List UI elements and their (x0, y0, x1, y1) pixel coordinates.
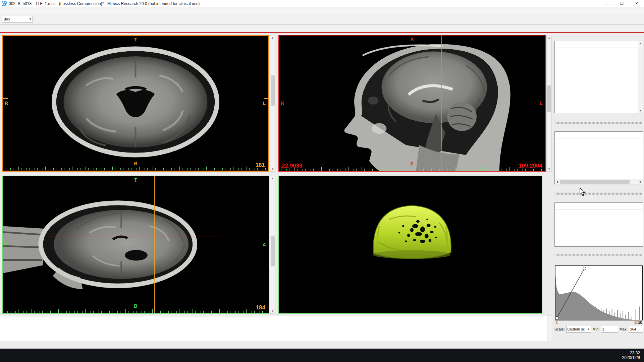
coronal-orient-bottom: B (134, 303, 137, 309)
project-management-panel: ▲▼ ◀▶ (554, 33, 644, 348)
sagittal-slice-scrollbar[interactable]: ▲▼ (546, 35, 552, 172)
sagittal-orient-bottom: P (411, 161, 414, 167)
coronal-crosshair-horizontal[interactable] (48, 237, 223, 237)
contrast-histogram[interactable] (555, 265, 643, 320)
axial-slice-scrollbar[interactable]: ▲▼ (270, 35, 275, 172)
sagittal-crosshair-horizontal[interactable] (279, 85, 476, 85)
axial-crosshair-horizontal[interactable] (48, 98, 223, 98)
coronal-orient-left: P (4, 242, 7, 247)
coronal-mri-image (3, 176, 269, 313)
axial-edge-tick-left (3, 98, 8, 99)
panel-splitter[interactable] (555, 254, 643, 257)
contrast-tab-strip (554, 257, 644, 265)
parts-tab-strip (554, 124, 644, 131)
title-bar: 002_S_5018 - TTF_1.mcs - (Lossless Compr… (0, 0, 644, 7)
sagittal-orient-right: L (539, 101, 542, 106)
clock-time: 23:32 (622, 351, 640, 355)
log-console (0, 315, 552, 341)
contrast-scale-row: Scale: Custom sc▼ Min: 1 Max: 364 (554, 325, 644, 333)
parts-table-hscrollbar[interactable]: ◀▶ (555, 179, 643, 184)
masks-table-scrollbar[interactable]: ▲▼ (638, 41, 643, 113)
coronal-slice-number: 184 (256, 304, 265, 311)
coronal-viewport[interactable]: T B P A 184 (2, 176, 269, 314)
log-scrollbar[interactable] (547, 315, 552, 341)
main-toolbar: Box▼ (0, 14, 644, 24)
window-title: 002_S_5018 - TTF_1.mcs - (Lossless Compr… (9, 1, 200, 6)
max-input[interactable]: 364 (629, 326, 643, 333)
axial-orient-right: L (263, 101, 266, 106)
maximize-button[interactable]: ❐ (614, 0, 629, 7)
menu-bar (0, 7, 644, 14)
sagittal-mri-image (279, 36, 545, 171)
stls-tab-strip (554, 195, 644, 202)
contrast-handle-low[interactable] (555, 316, 558, 319)
interaction-mode-select[interactable]: Box▼ (2, 16, 33, 22)
masks-table: ▲▼ (554, 41, 643, 113)
histogram-min-label: 1 (556, 321, 558, 325)
taskbar-clock[interactable]: 23:32 2020/12/9 (620, 351, 644, 360)
min-label: Min: (593, 327, 600, 331)
sagittal-coord-right: 109.2004 (519, 163, 542, 169)
axial-orient-bottom: B (134, 161, 137, 166)
segment-toolbar (0, 24, 644, 33)
workspace: T B R L 161 ▲▼ (0, 33, 644, 349)
masks-tab-strip (554, 34, 644, 41)
stls-table (554, 202, 643, 247)
stls-actions (554, 247, 644, 254)
axial-viewport[interactable]: T B R L 161 (2, 35, 269, 172)
axial-edge-tick-right (264, 98, 268, 99)
axial-slice-number: 161 (256, 162, 265, 169)
contrast-handle-high[interactable] (583, 267, 586, 270)
mouse-cursor (580, 188, 586, 197)
panel-splitter[interactable] (555, 121, 643, 124)
3d-skull-model (279, 176, 542, 313)
scale-label: Scale: (554, 327, 565, 331)
minimize-button[interactable]: — (600, 0, 614, 7)
axial-orient-left: R (5, 101, 8, 106)
sagittal-viewport[interactable]: A P R L 22.9033 109.2004 (278, 35, 546, 172)
panel-splitter[interactable] (555, 192, 643, 195)
close-button[interactable]: ✕ (629, 0, 644, 7)
coronal-crosshair-vertical[interactable] (154, 176, 155, 313)
coronal-orient-right: A (263, 242, 266, 247)
sagittal-orient-top: A (410, 37, 414, 42)
3d-viewport[interactable] (278, 176, 542, 314)
coronal-slice-scrollbar[interactable]: ▲▼ (270, 176, 275, 314)
max-label: Max: (620, 327, 628, 331)
axial-mri-image (3, 36, 268, 171)
sagittal-crosshair-vertical[interactable] (441, 36, 442, 171)
mimics-application-window: 002_S_5018 - TTF_1.mcs - (Lossless Compr… (0, 0, 644, 362)
mimics-logo-icon (2, 1, 7, 6)
sagittal-orient-left: R (281, 101, 284, 106)
min-input[interactable]: 1 (601, 326, 618, 333)
scale-select[interactable]: Custom sc▼ (566, 326, 591, 333)
windows-taskbar: 23:32 2020/12/9 (0, 349, 644, 362)
axial-crosshair-vertical[interactable] (173, 36, 173, 171)
clock-date: 2020/12/9 (622, 355, 640, 360)
coronal-orient-top: T (134, 177, 137, 183)
parts-table: ◀▶ (554, 131, 643, 184)
histogram-max-label: 1135 (634, 321, 642, 325)
masks-actions (554, 113, 644, 121)
sagittal-coord-left: 22.9033 (282, 163, 302, 169)
axial-orient-top: T (134, 37, 137, 42)
parts-actions (554, 184, 644, 192)
